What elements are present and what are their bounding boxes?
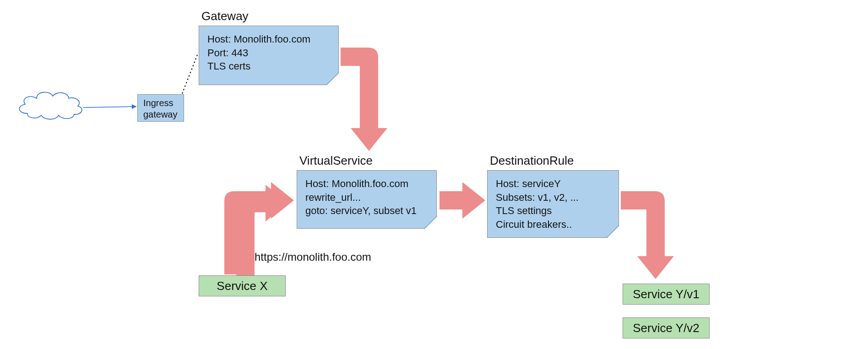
virtualservice-rewrite: rewrite_url... <box>305 191 428 204</box>
arrow-destinationrule-to-servicey <box>621 191 674 279</box>
virtualservice-title: VirtualService <box>299 154 373 168</box>
gateway-note: Host: Monolith.foo.com Port: 443 TLS cer… <box>199 26 339 85</box>
destinationrule-host: Host: serviceY <box>496 177 610 191</box>
service-y-v2-box: Service Y/v2 <box>623 317 710 338</box>
service-y-v1-box: Service Y/v1 <box>623 284 710 305</box>
service-x-box: Service X <box>199 275 286 296</box>
gateway-title: Gateway <box>201 9 249 23</box>
ingress-gateway-box: Ingress gateway <box>137 94 184 122</box>
ingress-line2: gateway <box>143 109 178 120</box>
destinationrule-tls: TLS settings <box>496 204 610 218</box>
gateway-tls: TLS certs <box>207 59 330 73</box>
cloud-icon <box>19 92 82 119</box>
gateway-port: Port: 443 <box>207 46 330 60</box>
destinationrule-note: Host: serviceY Subsets: v1, v2, ... TLS … <box>487 170 619 238</box>
virtualservice-host: Host: Monolith.foo.com <box>305 177 428 191</box>
monolith-url-label: https://monolith.foo.com <box>255 251 371 263</box>
diagram-canvas: Gateway Host: Monolith.foo.com Port: 443… <box>0 0 868 349</box>
gateway-host: Host: Monolith.foo.com <box>207 32 330 46</box>
destinationrule-circuit: Circuit breakers.. <box>496 218 610 231</box>
ingress-line1: Ingress <box>143 97 178 109</box>
svg-line-0 <box>83 107 136 107</box>
service-x-label: Service X <box>217 279 267 293</box>
destinationrule-subsets: Subsets: v1, v2, ... <box>496 191 610 204</box>
destinationrule-title: DestinationRule <box>490 154 574 168</box>
svg-marker-1 <box>132 104 136 109</box>
service-y-v1-label: Service Y/v1 <box>633 287 699 301</box>
dotted-connector-ingress-gateway <box>181 53 198 97</box>
arrow-virtualservice-to-destinationrule <box>439 182 485 219</box>
virtualservice-goto: goto: serviceY, subset v1 <box>305 204 428 218</box>
arrow-cloud-to-ingress <box>83 104 136 109</box>
virtualservice-note: Host: Monolith.foo.com rewrite_url... go… <box>297 170 437 229</box>
service-y-v2-label: Service Y/v2 <box>633 321 699 335</box>
arrow-gateway-to-virtualservice <box>341 48 387 151</box>
